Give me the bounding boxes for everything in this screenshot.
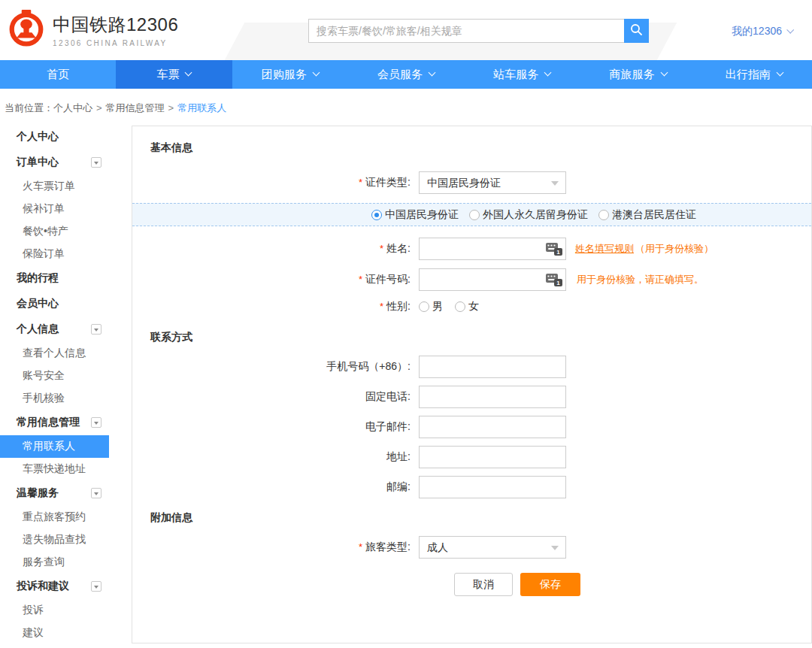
nav-item-tickets[interactable]: 车票 <box>116 60 232 89</box>
sidebar-item-service-inquiry[interactable]: 服务查询 <box>0 551 109 574</box>
breadcrumb-frequent-contacts: 常用联系人 <box>177 102 226 114</box>
brand-title: 中国铁路12306 <box>53 13 178 37</box>
id-type-radio-band: 中国居民身份证 外国人永久居留身份证 港澳台居民居住证 <box>132 203 811 226</box>
sidebar-item-frequent-contacts[interactable]: 常用联系人 <box>0 435 109 458</box>
sidebar-item-label: 账号安全 <box>23 369 65 383</box>
mobile-input[interactable] <box>419 356 566 378</box>
sidebar-item-lost-items[interactable]: 遗失物品查找 <box>0 528 109 551</box>
address-input[interactable] <box>419 446 566 468</box>
virtual-keyboard-icon[interactable]: 1 <box>545 272 563 287</box>
sidebar-item-member-center[interactable]: 会员中心 <box>0 291 109 316</box>
id-number-label: *证件号码: <box>132 273 411 286</box>
name-input[interactable] <box>419 238 566 260</box>
sidebar-item-label: 订单中心 <box>17 156 59 169</box>
sidebar-item-train-ticket-orders[interactable]: 火车票订单 <box>0 175 109 198</box>
collapse-icon[interactable] <box>91 157 102 168</box>
gender-option-female[interactable]: 女 <box>455 300 479 313</box>
sidebar-item-complaints[interactable]: 投诉 <box>0 599 109 622</box>
breadcrumb-personal-center[interactable]: 个人中心 <box>53 102 92 114</box>
required-marker: * <box>359 274 362 285</box>
collapse-icon[interactable] <box>91 488 102 498</box>
sidebar-item-waitlist-orders[interactable]: 候补订单 <box>0 198 109 220</box>
breadcrumb-common-info[interactable]: 常用信息管理 <box>106 102 165 114</box>
nav-label: 团购服务 <box>262 68 307 82</box>
nav-item-travel-guide[interactable]: 出行指南 <box>696 60 812 89</box>
sidebar-item-key-passenger-reservation[interactable]: 重点旅客预约 <box>0 506 109 528</box>
radio-icon <box>598 210 609 220</box>
radio-option-hk-macao-taiwan-permit[interactable]: 港澳台居民居住证 <box>598 208 696 222</box>
required-marker: * <box>380 243 383 254</box>
svg-text:1: 1 <box>556 249 560 256</box>
email-row: 电子邮件: <box>132 416 811 438</box>
sidebar-item-common-info-management[interactable]: 常用信息管理 <box>0 410 109 435</box>
id-number-input[interactable] <box>419 268 566 291</box>
cert-type-value: 中国居民身份证 <box>427 177 501 189</box>
nav-label: 商旅服务 <box>610 68 655 82</box>
search-input[interactable] <box>308 19 624 43</box>
sidebar-item-label: 个人信息 <box>17 322 59 336</box>
brand[interactable]: 中国铁路12306 12306 CHINA RAILWAY <box>8 10 178 50</box>
sidebar-item-personal-center[interactable]: 个人中心 <box>0 124 109 150</box>
sidebar-item-personal-info[interactable]: 个人信息 <box>0 316 109 342</box>
id-number-row: *证件号码: 1 用于身份核验，请正确填写。 <box>132 268 811 291</box>
sidebar-item-phone-verification[interactable]: 手机核验 <box>0 387 109 410</box>
sidebar-item-dining-specialty[interactable]: 餐饮•特产 <box>0 220 109 243</box>
sidebar-item-account-security[interactable]: 账号安全 <box>0 365 109 387</box>
email-label: 电子邮件: <box>132 420 411 434</box>
radio-option-chinese-id[interactable]: 中国居民身份证 <box>371 208 459 222</box>
zipcode-input[interactable] <box>419 476 566 498</box>
cancel-button[interactable]: 取消 <box>454 573 513 596</box>
nav-item-station-services[interactable]: 站车服务 <box>464 60 580 89</box>
sidebar-item-complaints-suggestions[interactable]: 投诉和建议 <box>0 574 109 599</box>
chevron-down-icon <box>551 181 559 186</box>
sidebar-item-caring-services[interactable]: 温馨服务 <box>0 480 109 506</box>
sidebar-item-label: 车票快递地址 <box>23 462 86 476</box>
main-nav: 首页 车票 团购服务 会员服务 站车服务 商旅服务 出行指南 <box>0 60 812 89</box>
name-label: *姓名: <box>132 242 411 256</box>
radio-label: 外国人永久居留身份证 <box>483 208 588 222</box>
my-12306-menu[interactable]: 我的12306 <box>732 25 792 38</box>
gender-option-male[interactable]: 男 <box>419 300 443 313</box>
radio-option-foreign-permanent-resident[interactable]: 外国人永久居留身份证 <box>469 208 588 222</box>
nav-item-member-services[interactable]: 会员服务 <box>348 60 464 89</box>
landline-input[interactable] <box>419 386 566 408</box>
mobile-row: 手机号码（+86）: <box>132 356 811 378</box>
sidebar-item-label: 遗失物品查找 <box>23 533 86 547</box>
sidebar-item-label: 保险订单 <box>23 247 65 261</box>
sidebar-item-my-itinerary[interactable]: 我的行程 <box>0 265 109 291</box>
collapse-icon[interactable] <box>91 581 102 592</box>
my-12306-label: 我的12306 <box>732 25 782 38</box>
sidebar-item-order-center[interactable]: 订单中心 <box>0 150 109 175</box>
radio-selected-icon <box>371 210 382 220</box>
china-railway-logo-icon <box>8 10 45 50</box>
section-title-contact-info: 联系方式 <box>150 331 192 344</box>
virtual-keyboard-icon[interactable]: 1 <box>545 241 563 256</box>
email-input[interactable] <box>419 416 566 438</box>
chevron-down-icon <box>660 69 668 77</box>
sidebar-item-view-personal-info[interactable]: 查看个人信息 <box>0 342 109 365</box>
zipcode-row: 邮编: <box>132 476 811 498</box>
name-rule-link[interactable]: 姓名填写规则 <box>575 242 634 256</box>
search-button[interactable] <box>624 19 649 43</box>
brand-subtitle: 12306 CHINA RAILWAY <box>53 39 178 47</box>
sidebar-item-suggestions[interactable]: 建议 <box>0 622 109 644</box>
nav-item-business-travel[interactable]: 商旅服务 <box>580 60 695 89</box>
sidebar-item-label: 会员中心 <box>17 297 59 310</box>
save-button[interactable]: 保存 <box>520 573 580 596</box>
cert-type-select[interactable]: 中国居民身份证 <box>419 171 566 194</box>
svg-text:1: 1 <box>556 280 560 286</box>
sidebar-item-ticket-delivery-address[interactable]: 车票快递地址 <box>0 458 109 480</box>
collapse-icon[interactable] <box>91 324 102 335</box>
sidebar-item-label: 火车票订单 <box>23 180 75 193</box>
brand-text: 中国铁路12306 12306 CHINA RAILWAY <box>53 13 178 47</box>
sidebar-item-label: 服务查询 <box>23 556 65 569</box>
cert-type-label: *证件类型: <box>132 176 411 189</box>
mobile-label: 手机号码（+86）: <box>132 360 411 374</box>
collapse-icon[interactable] <box>91 417 102 428</box>
gender-label: *性别: <box>132 300 411 313</box>
sidebar: 个人中心 订单中心 火车票订单 候补订单 餐饮•特产 保险订单 我的行程 会员中… <box>0 124 120 644</box>
passenger-type-select[interactable]: 成人 <box>419 536 566 559</box>
sidebar-item-insurance-orders[interactable]: 保险订单 <box>0 243 109 265</box>
nav-item-home[interactable]: 首页 <box>0 60 116 89</box>
nav-item-group-services[interactable]: 团购服务 <box>232 60 348 89</box>
